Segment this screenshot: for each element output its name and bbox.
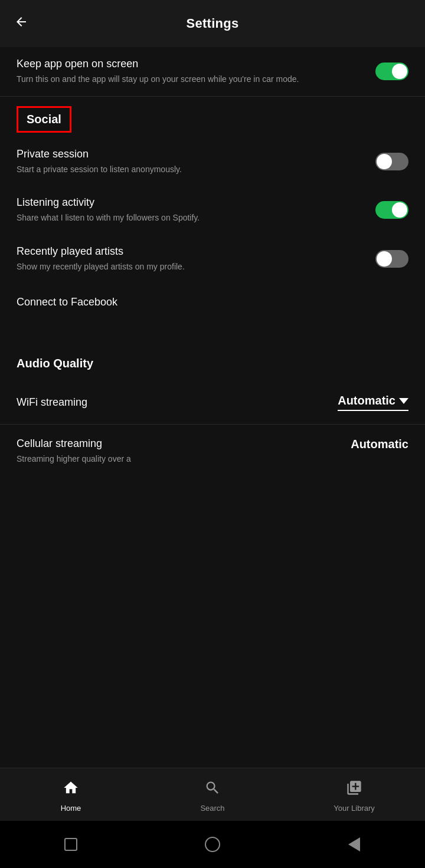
recently-played-title: Recently played artists (17, 245, 361, 258)
wifi-dropdown-arrow (399, 398, 408, 404)
wifi-dropdown-underline (338, 410, 408, 411)
recently-played-text: Recently played artists Show my recently… (17, 245, 375, 273)
android-back-icon (348, 837, 360, 851)
toggle-thumb (377, 154, 392, 169)
search-icon (204, 780, 221, 800)
settings-header: Settings (0, 0, 425, 47)
recently-played-row: Recently played artists Show my recently… (0, 235, 425, 284)
cellular-streaming-desc: Streaming higher quality over a (17, 453, 131, 465)
listening-activity-row: Listening activity Share what I listen t… (0, 186, 425, 235)
keep-app-open-desc: Turn this on and the app will stay up on… (17, 74, 361, 86)
keep-app-open-toggle[interactable] (375, 63, 408, 80)
listening-activity-toggle[interactable] (375, 201, 408, 219)
social-section-container: Social (0, 97, 425, 137)
private-session-desc: Start a private session to listen anonym… (17, 164, 361, 176)
android-home-btn[interactable] (202, 834, 223, 855)
nav-library[interactable]: Your Library (283, 780, 425, 813)
nav-search[interactable]: Search (142, 780, 283, 813)
private-session-toggle[interactable] (375, 153, 408, 170)
cellular-streaming-text: Cellular streaming Streaming higher qual… (17, 438, 131, 465)
android-recent-btn[interactable] (60, 834, 81, 855)
cellular-streaming-row: Cellular streaming Streaming higher qual… (0, 425, 425, 465)
private-session-row: Private session Start a private session … (0, 137, 425, 186)
android-nav-bar (0, 821, 425, 868)
private-session-title: Private session (17, 148, 361, 160)
spacer-1 (0, 321, 425, 340)
android-recent-icon (64, 838, 77, 851)
cellular-streaming-value: Automatic (351, 438, 408, 451)
recently-played-desc: Show my recently played artists on my pr… (17, 261, 361, 273)
listening-activity-desc: Share what I listen to with my followers… (17, 212, 361, 224)
nav-search-label: Search (200, 804, 224, 813)
wifi-streaming-label: WiFi streaming (17, 396, 87, 409)
nav-library-label: Your Library (334, 804, 375, 813)
private-session-text: Private session Start a private session … (17, 148, 375, 176)
social-section-label: Social (27, 113, 61, 126)
toggle-thumb (377, 251, 392, 267)
recently-played-toggle[interactable] (375, 250, 408, 268)
keep-app-open-title: Keep app open on screen (17, 58, 361, 70)
audio-quality-section-header: Audio Quality (0, 340, 425, 375)
keep-app-open-row: Keep app open on screen Turn this on and… (0, 47, 425, 96)
keep-app-open-text: Keep app open on screen Turn this on and… (17, 58, 375, 86)
library-icon (346, 780, 362, 800)
nav-home[interactable]: Home (0, 780, 142, 813)
cellular-streaming-value-container[interactable]: Automatic (351, 438, 408, 451)
social-section-highlight: Social (17, 106, 71, 133)
android-home-icon (205, 837, 220, 852)
wifi-streaming-value: Automatic (338, 394, 395, 407)
cellular-streaming-label: Cellular streaming (17, 438, 131, 450)
audio-quality-label: Audio Quality (17, 357, 93, 370)
wifi-streaming-row: WiFi streaming Automatic (0, 381, 425, 425)
listening-activity-title: Listening activity (17, 196, 361, 209)
connect-facebook-button[interactable]: Connect to Facebook (0, 283, 425, 321)
nav-home-label: Home (61, 804, 81, 813)
page-title: Settings (186, 16, 238, 31)
settings-content: Keep app open on screen Turn this on and… (0, 47, 425, 465)
bottom-nav: Home Search Your Library (0, 768, 425, 821)
wifi-streaming-value-container[interactable]: Automatic (338, 394, 408, 411)
home-icon (63, 780, 79, 800)
back-button[interactable] (14, 15, 28, 32)
spacer-2 (0, 375, 425, 381)
listening-activity-text: Listening activity Share what I listen t… (17, 196, 375, 224)
android-back-btn[interactable] (344, 834, 365, 855)
